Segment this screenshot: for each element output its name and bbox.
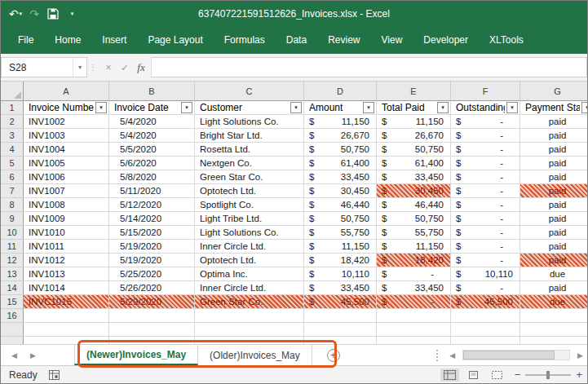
cell-invoice-number[interactable]: INV1004	[24, 143, 109, 157]
cell-outstanding[interactable]: $-	[451, 254, 520, 267]
new-sheet-button[interactable]: +	[327, 349, 340, 362]
ribbon-tab-xltools[interactable]: XLTools	[479, 27, 534, 54]
cell-outstanding[interactable]: $-	[451, 281, 520, 295]
column-header-F[interactable]: F	[451, 82, 520, 101]
cell-total-paid[interactable]: $50,750	[377, 212, 451, 226]
hscroll-right-icon[interactable]: ▶	[575, 351, 586, 360]
cell-payment-status[interactable]: paid	[520, 240, 587, 254]
cell-customer[interactable]: Green Star Co.	[195, 295, 304, 309]
header-cell-invoice-date[interactable]: Invoice Date▾	[109, 101, 195, 115]
row-header-9[interactable]: 9	[1, 212, 24, 226]
cell-invoice-number[interactable]: INV1009	[24, 212, 109, 226]
name-box[interactable]: S28 ▾	[1, 57, 87, 77]
row-header-1[interactable]: 1	[1, 101, 24, 115]
cell-payment-status[interactable]: paid	[520, 281, 587, 295]
column-header-E[interactable]: E	[377, 82, 451, 101]
empty-cell[interactable]	[24, 337, 109, 344]
header-cell-invoice-number[interactable]: Invoice Number▾	[24, 101, 109, 115]
empty-cell[interactable]	[377, 309, 451, 323]
filter-dropdown-icon[interactable]: ▾	[437, 102, 449, 113]
cell-invoice-date[interactable]: 5/11/2020	[109, 184, 195, 198]
scrollbar-separator[interactable]	[436, 350, 440, 361]
empty-cell[interactable]	[24, 309, 109, 323]
header-cell-total-paid[interactable]: Total Paid▾	[377, 101, 451, 115]
ribbon-tab-page-layout[interactable]: Page Layout	[137, 27, 213, 54]
cancel-icon[interactable]: ×	[100, 62, 117, 73]
insert-function-icon[interactable]: fx	[133, 61, 149, 74]
sheet-tab-newer-invoices-may[interactable]: (Newer)Invoices_May	[74, 345, 198, 365]
cell-invoice-number[interactable]: INV1007	[24, 184, 109, 198]
cell-customer[interactable]: Inner Circle Ltd.	[195, 281, 304, 295]
cell-customer[interactable]: Green Star Co.	[195, 170, 304, 184]
enter-icon[interactable]: ✓	[117, 62, 133, 73]
cell-customer[interactable]: Spotlight Co.	[195, 198, 304, 212]
column-header-C[interactable]: C	[195, 82, 304, 101]
cell-amount[interactable]: $11,150	[304, 240, 377, 254]
redo-icon[interactable]: ↷	[25, 4, 43, 24]
cell-invoice-date[interactable]: 5/4/2020	[109, 129, 195, 143]
cell-outstanding[interactable]: $-	[451, 184, 520, 198]
cell-total-paid[interactable]: $33,450	[377, 281, 451, 295]
ribbon-tab-insert[interactable]: Insert	[91, 27, 137, 54]
column-header-G[interactable]: G	[520, 82, 587, 101]
cell-amount[interactable]: $50,750	[304, 212, 377, 226]
cell-invoice-date[interactable]: 5/25/2020	[109, 267, 195, 281]
row-header-16[interactable]: 16	[1, 309, 24, 323]
column-header-B[interactable]: B	[109, 82, 195, 101]
cell-invoice-date[interactable]: 5/12/2020	[109, 198, 195, 212]
cell-customer[interactable]: Rosetta Ltd.	[195, 143, 304, 157]
cell-outstanding[interactable]: $-	[451, 198, 520, 212]
cell-payment-status[interactable]: paid	[520, 212, 587, 226]
cell-total-paid[interactable]: $33,450	[377, 170, 451, 184]
cell-amount[interactable]: $26,670	[304, 129, 377, 143]
empty-cell[interactable]	[520, 337, 587, 344]
row-header-filler[interactable]	[1, 323, 24, 337]
cell-payment-status[interactable]: paid	[520, 157, 587, 170]
column-header-A[interactable]: A	[24, 82, 109, 101]
row-header-14[interactable]: 14	[1, 281, 24, 295]
row-header-2[interactable]: 2	[1, 115, 24, 129]
cell-invoice-number[interactable]: INV1014	[24, 281, 109, 295]
cell-customer[interactable]: Optotech Ltd.	[195, 184, 304, 198]
row-header-5[interactable]: 5	[1, 157, 24, 170]
row-header-12[interactable]: 12	[1, 254, 24, 267]
undo-icon[interactable]: ↶▾	[7, 4, 24, 24]
cell-invoice-number[interactable]: INV1003	[24, 129, 109, 143]
zoom-slider[interactable]	[525, 374, 571, 376]
filter-dropdown-icon[interactable]: ▾	[581, 102, 587, 113]
cell-total-paid[interactable]: $30,450	[377, 184, 451, 198]
cell-total-paid[interactable]: $61,400	[377, 157, 451, 170]
page-layout-view-icon[interactable]	[464, 369, 483, 382]
row-header-15[interactable]: 15	[1, 295, 24, 309]
header-cell-outstanding[interactable]: Outstanding▾	[451, 101, 520, 115]
cell-payment-status[interactable]: due	[520, 267, 587, 281]
cell-amount[interactable]: $33,450	[304, 281, 377, 295]
filter-dropdown-icon[interactable]: ▾	[506, 102, 518, 113]
cell-outstanding[interactable]: $-	[451, 129, 520, 143]
hscroll-left-icon[interactable]: ◀	[447, 351, 458, 360]
ribbon-tab-developer[interactable]: Developer	[413, 27, 479, 54]
column-header-D[interactable]: D	[304, 82, 377, 101]
cell-total-paid[interactable]: $-	[377, 267, 451, 281]
cell-outstanding[interactable]: $45,500	[451, 295, 520, 309]
horizontal-scrollbar[interactable]	[462, 350, 570, 360]
cell-payment-status[interactable]: paid	[520, 143, 587, 157]
tab-scroll-left-icon[interactable]: ◀	[9, 351, 20, 360]
cell-outstanding[interactable]: $-	[451, 240, 520, 254]
cell-customer[interactable]: Optotech Ltd.	[195, 254, 304, 267]
cell-amount[interactable]: $11,150	[304, 115, 377, 129]
macro-record-icon[interactable]	[49, 370, 60, 380]
cell-outstanding[interactable]: $-	[451, 226, 520, 240]
cell-amount[interactable]: $55,750	[304, 226, 377, 240]
ribbon-tab-view[interactable]: View	[371, 27, 413, 54]
ribbon-tab-review[interactable]: Review	[317, 27, 370, 54]
cell-invoice-number[interactable]: INV1012	[24, 254, 109, 267]
empty-cell[interactable]	[109, 309, 195, 323]
cell-total-paid[interactable]: $11,150	[377, 115, 451, 129]
undo-menu-caret-icon[interactable]: ▾	[20, 11, 23, 17]
cell-customer[interactable]: Bright Star Ltd.	[195, 129, 304, 143]
empty-cell[interactable]	[109, 323, 195, 337]
cell-payment-status[interactable]: paid	[520, 254, 587, 267]
empty-cell[interactable]	[520, 309, 587, 323]
save-icon[interactable]	[44, 4, 62, 24]
